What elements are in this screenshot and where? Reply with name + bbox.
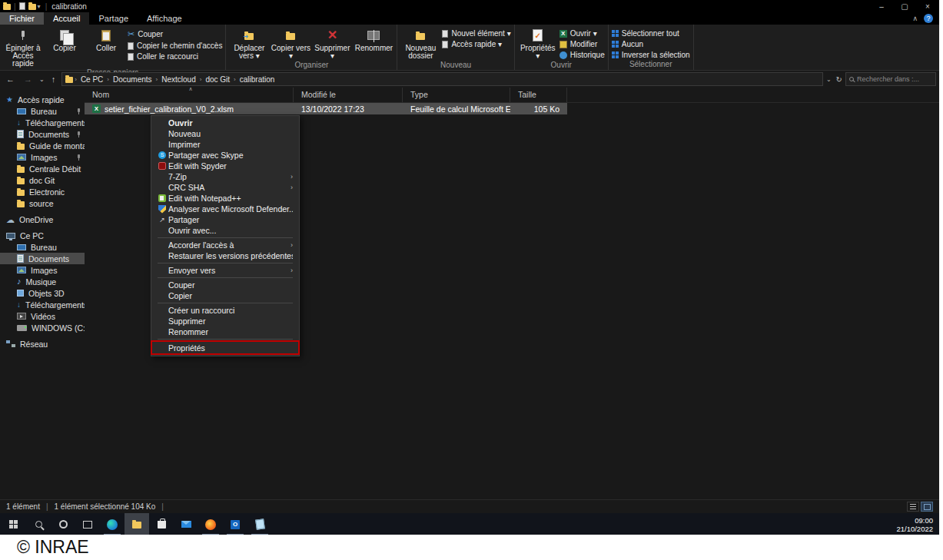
- taskbar-explorer[interactable]: [125, 513, 149, 535]
- menu-item-partager-skype[interactable]: SPartager avec Skype: [151, 150, 299, 161]
- ouvrir-button[interactable]: X Ouvrir ▾: [559, 29, 605, 38]
- forward-button[interactable]: →: [21, 75, 35, 84]
- acces-rapide-button[interactable]: Accès rapide ▾: [442, 40, 510, 48]
- menu-item-supprimer[interactable]: Supprimer: [151, 316, 299, 326]
- supprimer-button[interactable]: ✕ Supprimer ▾: [312, 26, 352, 60]
- task-view-button[interactable]: [75, 513, 100, 535]
- sidebar-item-doc-git[interactable]: doc Git: [0, 174, 85, 186]
- coller-button[interactable]: Coller: [86, 26, 126, 60]
- column-modifie-le[interactable]: Modifié le: [294, 88, 403, 102]
- crumb-calibration[interactable]: calibration: [237, 75, 277, 84]
- coller-raccourci-button[interactable]: Coller le raccourci: [128, 52, 222, 61]
- historique-button[interactable]: Historique: [559, 51, 605, 59]
- sidebar-item-electronic[interactable]: Electronic: [0, 186, 85, 197]
- taskbar-notepad[interactable]: [247, 513, 272, 535]
- menu-item-proprietes[interactable]: Propriétés: [151, 341, 299, 354]
- sidebar-item-images[interactable]: Images: [0, 264, 85, 276]
- selectionner-tout-button[interactable]: Sélectionner tout: [612, 29, 690, 38]
- pin-quick-access-button[interactable]: Épingler à Accès rapide: [3, 26, 43, 68]
- menu-item-copier[interactable]: Copier: [151, 290, 299, 301]
- nouvel-element-button[interactable]: Nouvel élément ▾: [442, 29, 510, 38]
- taskbar-search-button[interactable]: [26, 513, 51, 535]
- sidebar-item-musique[interactable]: ♪Musique: [0, 276, 85, 287]
- column-nom[interactable]: ∧ Nom: [85, 88, 294, 102]
- taskbar-firefox[interactable]: [198, 513, 223, 535]
- menu-item-envoyer-vers[interactable]: Envoyer vers›: [151, 265, 299, 276]
- sidebar-item-telechargements-qa[interactable]: ↓Téléchargements: [0, 117, 85, 128]
- sidebar-item-windows-c[interactable]: WINDOWS (C:): [0, 322, 85, 333]
- search-box[interactable]: [845, 72, 936, 86]
- close-button[interactable]: ×: [916, 0, 939, 12]
- breadcrumb[interactable]: › Ce PC › Documents › Nextcloud › doc Gi…: [61, 72, 823, 86]
- sidebar-item-telechargements[interactable]: ↓Téléchargements: [0, 299, 85, 310]
- minimize-button[interactable]: –: [870, 0, 893, 12]
- menu-item-7zip[interactable]: 7-Zip›: [151, 171, 299, 182]
- icons-view-button[interactable]: [921, 502, 933, 512]
- crumb-doc-git[interactable]: doc Git: [203, 75, 232, 84]
- table-row[interactable]: X setier_fichier_calibration_V0_2.xlsm 1…: [85, 103, 567, 114]
- help-icon[interactable]: ?: [924, 14, 933, 23]
- qat-customize-dropdown[interactable]: ▾: [38, 3, 41, 10]
- refresh-icon[interactable]: ↻: [836, 75, 842, 84]
- taskbar-outlook[interactable]: O: [223, 513, 247, 535]
- sidebar-item-documents[interactable]: Documents: [0, 253, 85, 264]
- renommer-button[interactable]: Renommer: [354, 26, 393, 60]
- sidebar-item-reseau[interactable]: Réseau: [0, 338, 85, 350]
- up-button[interactable]: ↑: [48, 75, 59, 84]
- maximize-button[interactable]: ▢: [893, 0, 916, 12]
- menu-item-defender[interactable]: Analyser avec Microsoft Defender...: [151, 204, 299, 214]
- qat-new-folder-icon[interactable]: [28, 4, 36, 10]
- menu-item-imprimer[interactable]: Imprimer: [151, 139, 299, 150]
- couper-button[interactable]: ✂ Couper: [128, 29, 222, 39]
- sidebar-item-guide-de-montage[interactable]: Guide de montage: [0, 140, 85, 151]
- sidebar-item-ce-pc[interactable]: Ce PC: [0, 230, 85, 241]
- start-button[interactable]: [2, 513, 26, 535]
- taskbar-edge[interactable]: [100, 513, 125, 535]
- collapse-ribbon-icon[interactable]: ∧: [912, 15, 918, 22]
- sidebar-item-images-qa[interactable]: Images: [0, 151, 85, 163]
- deplacer-vers-button[interactable]: Déplacer vers ▾: [229, 26, 269, 60]
- copier-button[interactable]: Copier: [45, 26, 85, 60]
- nouveau-dossier-button[interactable]: Nouveau dossier: [400, 26, 440, 60]
- column-type[interactable]: Type: [403, 88, 510, 102]
- menu-item-partager[interactable]: ↗Partager: [151, 214, 299, 225]
- tab-partage[interactable]: Partage: [89, 12, 138, 25]
- menu-item-crc-sha[interactable]: CRC SHA›: [151, 182, 299, 193]
- copier-chemin-button[interactable]: Copier le chemin d'accès: [128, 41, 222, 50]
- tab-accueil[interactable]: Accueil: [44, 12, 89, 25]
- proprietes-ribbon-button[interactable]: ✓ Propriétés ▾: [518, 26, 558, 60]
- inverser-selection-button[interactable]: Inverser la sélection: [612, 51, 690, 59]
- menu-item-couper[interactable]: Couper: [151, 280, 299, 290]
- menu-item-edit-notepadpp[interactable]: Edit with Notepad++: [151, 193, 299, 204]
- qat-properties-icon[interactable]: [19, 2, 25, 10]
- sidebar-item-acces-rapide[interactable]: ★Accès rapide: [0, 94, 85, 105]
- crumb-ce-pc[interactable]: Ce PC: [78, 75, 105, 84]
- taskbar-store[interactable]: [149, 513, 174, 535]
- sidebar-item-documents-qa[interactable]: Documents: [0, 128, 85, 140]
- sidebar-item-centrale-debit[interactable]: Centrale Débit: [0, 163, 85, 174]
- sidebar-item-onedrive[interactable]: ☁OneDrive: [0, 214, 85, 225]
- taskbar-clock[interactable]: 09:00 21/10/2022: [896, 516, 939, 533]
- search-input[interactable]: [857, 75, 932, 83]
- sidebar-item-objets-3d[interactable]: Objets 3D: [0, 287, 85, 299]
- sidebar-item-source[interactable]: source: [0, 197, 85, 209]
- crumb-nextcloud[interactable]: Nextcloud: [159, 75, 198, 84]
- menu-item-edit-spyder[interactable]: Edit with Spyder: [151, 161, 299, 171]
- modifier-button[interactable]: Modifier: [559, 40, 605, 48]
- menu-item-accorder-acces[interactable]: Accorder l'accès à›: [151, 240, 299, 250]
- aucun-button[interactable]: Aucun: [612, 40, 690, 48]
- tab-fichier[interactable]: Fichier: [0, 12, 44, 25]
- sidebar-item-videos[interactable]: Vidéos: [0, 310, 85, 322]
- crumb-documents[interactable]: Documents: [111, 75, 154, 84]
- back-button[interactable]: ←: [3, 75, 18, 84]
- cortana-button[interactable]: [51, 513, 75, 535]
- address-dropdown-chevron[interactable]: ⌄: [826, 76, 832, 83]
- menu-item-ouvrir-avec[interactable]: Ouvrir avec...: [151, 225, 299, 236]
- tab-affichage[interactable]: Affichage: [138, 12, 191, 25]
- sidebar-item-bureau-qa[interactable]: Bureau: [0, 105, 85, 117]
- menu-item-nouveau[interactable]: Nouveau: [151, 128, 299, 139]
- sidebar-item-bureau[interactable]: Bureau: [0, 241, 85, 253]
- copier-vers-button[interactable]: Copier vers ▾: [271, 26, 310, 60]
- details-view-button[interactable]: [907, 502, 919, 512]
- column-taille[interactable]: Taille: [510, 88, 567, 102]
